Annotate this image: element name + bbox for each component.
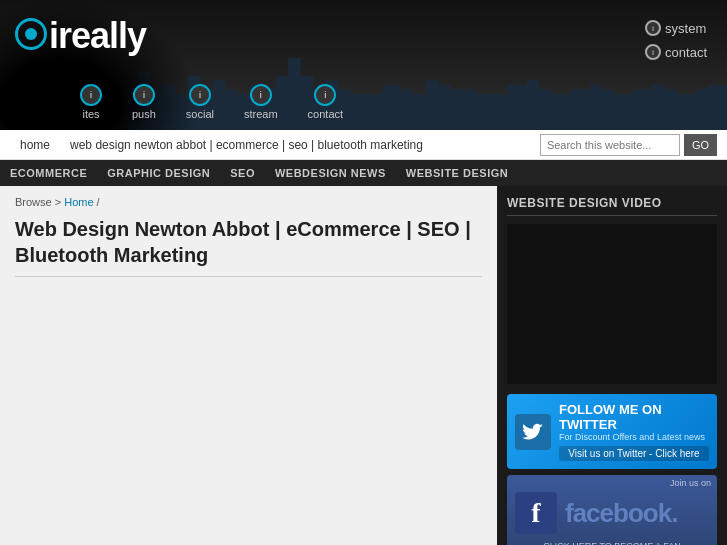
breadcrumb-prefix: Browse > — [15, 196, 64, 208]
subnav-website-design[interactable]: WEBSITE DESIGN — [406, 167, 508, 179]
breadcrumb-suffix: / — [94, 196, 100, 208]
facebook-name: facebook. — [565, 498, 677, 529]
subnav-seo[interactable]: SEO — [230, 167, 255, 179]
facebook-name-text: facebook. — [565, 498, 677, 528]
header-right-nav: i system i contact — [645, 20, 707, 60]
facebook-logo: f — [515, 492, 557, 534]
twitter-visit-link[interactable]: Visit us on Twitter - Click here — [559, 446, 709, 461]
contact-link[interactable]: i contact — [645, 44, 707, 60]
nav-item-stream[interactable]: i stream — [244, 84, 278, 120]
header-nav: i ites i push i social i stream i contac… — [80, 84, 343, 120]
nav-label-ites: ites — [82, 108, 99, 120]
video-embed[interactable] — [507, 224, 717, 384]
twitter-text-block: FOLLOW ME ON TWITTER For Discount Offers… — [559, 402, 709, 461]
contact-label: contact — [665, 45, 707, 60]
nav-label-stream: stream — [244, 108, 278, 120]
facebook-widget[interactable]: Join us on f facebook. CLICK HERE TO BEC… — [507, 475, 717, 545]
contact-icon: i — [314, 84, 336, 106]
nav-label-contact: contact — [308, 108, 343, 120]
page-title: Web Design Newton Abbot | eCommerce | SE… — [15, 216, 482, 277]
search-input[interactable] — [540, 134, 680, 156]
stream-icon: i — [250, 84, 272, 106]
nav-item-push[interactable]: i push — [132, 84, 156, 120]
nav-search: GO — [540, 134, 717, 156]
twitter-subtitle: For Discount Offers and Latest news — [559, 432, 709, 442]
subnav-webdesign-news[interactable]: WEBDESIGN NEWS — [275, 167, 386, 179]
social-icon: i — [189, 84, 211, 106]
twitter-widget[interactable]: FOLLOW ME ON TWITTER For Discount Offers… — [507, 394, 717, 469]
contact-icon-right: i — [645, 44, 661, 60]
nav-item-contact[interactable]: i contact — [308, 84, 343, 120]
logo-icon — [15, 18, 47, 50]
push-icon: i — [133, 84, 155, 106]
system-label: system — [665, 21, 706, 36]
breadcrumb-home[interactable]: Home — [64, 196, 93, 208]
facebook-cta: CLICK HERE TO BECOME A FAN — [507, 538, 717, 545]
facebook-join-text: Join us on — [507, 475, 717, 488]
nav-label-push: push — [132, 108, 156, 120]
facebook-middle: f facebook. — [507, 488, 717, 538]
subnav-graphic-design[interactable]: GRAPHIC DESIGN — [107, 167, 210, 179]
system-icon: i — [645, 20, 661, 36]
nav-home[interactable]: home — [10, 138, 60, 152]
navbar: home web design newton abbot | ecommerce… — [0, 130, 727, 160]
sidebar-video-label: WEBSITE DESIGN VIDEO — [507, 196, 717, 216]
main-area: Browse > Home / Web Design Newton Abbot … — [0, 186, 727, 545]
twitter-logo — [515, 414, 551, 450]
subnav-ecommerce[interactable]: ECOMMERCE — [10, 167, 87, 179]
content-area: Browse > Home / Web Design Newton Abbot … — [0, 186, 497, 545]
site-header: ireally i ites i push i social i stream … — [0, 0, 727, 130]
system-link[interactable]: i system — [645, 20, 707, 36]
nav-label-social: social — [186, 108, 214, 120]
subnav: ECOMMERCE GRAPHIC DESIGN SEO WEBDESIGN N… — [0, 160, 727, 186]
nav-main-link[interactable]: web design newton abbot | ecommerce | se… — [60, 138, 433, 152]
ites-icon: i — [80, 84, 102, 106]
twitter-title: FOLLOW ME ON TWITTER — [559, 402, 709, 432]
sidebar: WEBSITE DESIGN VIDEO FOLLOW ME ON TWITTE… — [497, 186, 727, 545]
site-logo[interactable]: ireally — [15, 15, 146, 57]
search-button[interactable]: GO — [684, 134, 717, 156]
breadcrumb: Browse > Home / — [15, 196, 482, 208]
nav-item-social[interactable]: i social — [186, 84, 214, 120]
logo-text: ireally — [49, 15, 146, 56]
nav-item-ites[interactable]: i ites — [80, 84, 102, 120]
